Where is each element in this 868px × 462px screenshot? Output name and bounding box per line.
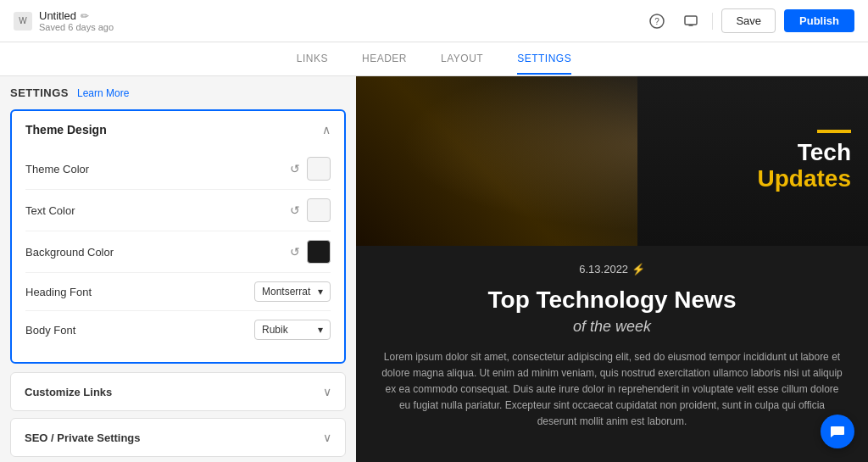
bg-color-label: Background Color xyxy=(25,246,114,259)
customize-links-title: Customize Links xyxy=(25,386,112,398)
theme-color-label: Theme Color xyxy=(25,163,89,175)
text-color-swatch[interactable] xyxy=(307,198,331,222)
tab-header[interactable]: HEADER xyxy=(362,44,407,75)
sub-headline: of the week xyxy=(381,318,843,336)
top-bar-right: ? Save Publish xyxy=(644,8,854,34)
top-bar-left: W Untitled ✏ Saved 6 days ago xyxy=(14,9,114,32)
bg-color-reset-icon[interactable]: ↺ xyxy=(290,245,300,259)
heading-font-row: Heading Font Montserrat ▾ xyxy=(25,273,331,311)
left-panel: SETTINGS Learn More Theme Design ∧ Theme… xyxy=(0,76,356,462)
publish-button[interactable]: Publish xyxy=(784,9,854,32)
site-title-block: Untitled ✏ Saved 6 days ago xyxy=(39,9,114,32)
theme-color-controls: ↺ xyxy=(290,157,331,181)
body-text: Lorem ipsum dolor sit amet, consectetur … xyxy=(381,349,843,431)
theme-design-card: Theme Design ∧ Theme Color ↺ Text Color … xyxy=(10,109,346,364)
top-bar: W Untitled ✏ Saved 6 days ago ? Save Pub… xyxy=(0,0,868,42)
body-font-controls: Rubik ▾ xyxy=(254,320,331,340)
customize-links-header[interactable]: Customize Links ∨ xyxy=(11,373,345,410)
customize-links-chevron: ∨ xyxy=(323,385,331,398)
text-color-label: Text Color xyxy=(25,204,75,217)
content-area: 6.13.2022 ⚡ Top Technology News of the w… xyxy=(356,246,868,448)
theme-color-swatch[interactable] xyxy=(307,157,331,181)
seo-settings-chevron: ∨ xyxy=(323,431,331,444)
body-font-row: Body Font Rubik ▾ xyxy=(25,311,331,348)
site-title: Untitled ✏ xyxy=(39,9,114,22)
hero-section: Tech Updates xyxy=(356,76,868,246)
theme-color-reset-icon[interactable]: ↺ xyxy=(290,162,300,175)
seo-settings-accordion: SEO / Private Settings ∨ xyxy=(10,418,346,457)
chat-bubble[interactable] xyxy=(821,415,854,448)
device-preview-button[interactable] xyxy=(678,8,704,34)
text-color-controls: ↺ xyxy=(290,198,331,222)
tab-settings[interactable]: SETTINGS xyxy=(517,44,571,75)
text-color-row: Text Color ↺ xyxy=(25,190,331,231)
bg-color-row: Background Color ↺ xyxy=(25,231,331,273)
learn-more-link[interactable]: Learn More xyxy=(77,87,129,99)
save-button[interactable]: Save xyxy=(721,8,776,33)
theme-color-row: Theme Color ↺ xyxy=(25,148,331,190)
customize-links-accordion: Customize Links ∨ xyxy=(10,372,346,411)
text-color-reset-icon[interactable]: ↺ xyxy=(290,203,300,217)
chevron-up-icon: ∧ xyxy=(322,123,331,136)
right-panel: Tech Updates 6.13.2022 ⚡ Top Technology … xyxy=(356,76,868,462)
hero-updates-label: Updates xyxy=(758,165,851,192)
date-line: 6.13.2022 ⚡ xyxy=(381,263,843,276)
main-headline: Top Technology News xyxy=(381,286,843,314)
hero-overlay: Tech Updates xyxy=(637,76,868,246)
panel-title: SETTINGS xyxy=(10,86,69,99)
yellow-bar xyxy=(817,130,851,133)
body-font-select[interactable]: Rubik ▾ xyxy=(254,320,331,340)
main-layout: SETTINGS Learn More Theme Design ∧ Theme… xyxy=(0,76,868,462)
svg-text:?: ? xyxy=(655,17,660,26)
heading-font-select[interactable]: Montserrat ▾ xyxy=(254,281,331,302)
site-icon: W xyxy=(14,12,32,31)
edit-icon[interactable]: ✏ xyxy=(81,10,89,22)
theme-design-header[interactable]: Theme Design ∧ xyxy=(12,111,344,148)
tab-bar: LINKS HEADER LAYOUT SETTINGS xyxy=(0,42,868,76)
seo-settings-header[interactable]: SEO / Private Settings ∨ xyxy=(11,419,345,456)
body-font-label: Body Font xyxy=(25,324,75,337)
theme-design-body: Theme Color ↺ Text Color ↺ Bac xyxy=(12,148,344,362)
bg-color-swatch[interactable] xyxy=(307,240,331,264)
theme-design-title: Theme Design xyxy=(25,123,107,136)
svg-rect-2 xyxy=(685,16,697,25)
seo-settings-title: SEO / Private Settings xyxy=(25,431,141,444)
heading-font-controls: Montserrat ▾ xyxy=(254,281,331,302)
preview-area: Tech Updates 6.13.2022 ⚡ Top Technology … xyxy=(356,76,868,462)
hero-tech-label: Tech xyxy=(798,140,851,166)
heading-font-label: Heading Font xyxy=(25,286,92,298)
help-button[interactable]: ? xyxy=(644,8,670,34)
tab-links[interactable]: LINKS xyxy=(297,44,328,75)
panel-header: SETTINGS Learn More xyxy=(10,86,346,99)
site-subtitle: Saved 6 days ago xyxy=(39,22,114,32)
tab-layout[interactable]: LAYOUT xyxy=(441,44,483,75)
divider xyxy=(712,13,713,30)
bg-color-controls: ↺ xyxy=(290,240,331,264)
